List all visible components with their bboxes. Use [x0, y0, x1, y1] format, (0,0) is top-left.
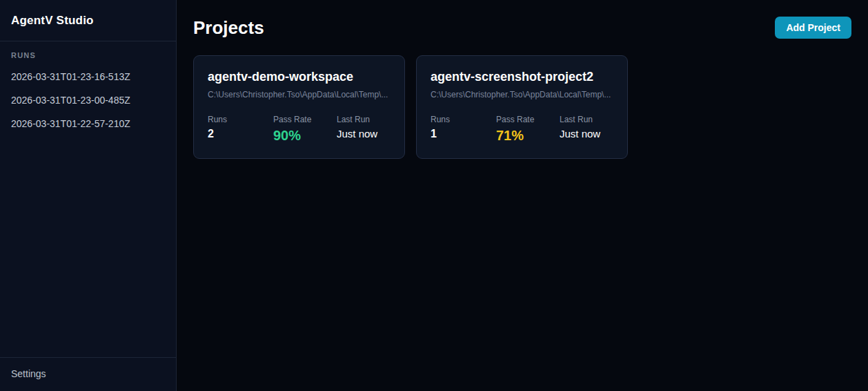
- stat-label: Runs: [208, 115, 273, 124]
- project-name: agentv-screenshot-project2: [431, 70, 613, 84]
- main-content: Projects Add Project agentv-demo-workspa…: [177, 0, 868, 391]
- stat-runs: Runs 2: [208, 115, 273, 144]
- stat-label: Last Run: [337, 115, 391, 124]
- main-header: Projects Add Project: [193, 17, 851, 39]
- stat-label: Pass Rate: [273, 115, 337, 124]
- sidebar-footer: Settings: [0, 357, 176, 391]
- settings-link[interactable]: Settings: [11, 368, 46, 379]
- project-path: C:\Users\Christopher.Tso\AppData\Local\T…: [431, 90, 613, 99]
- stat-runs: Runs 1: [431, 115, 496, 144]
- pass-rate-value: 90%: [273, 128, 337, 144]
- stat-pass-rate: Pass Rate 71%: [496, 115, 560, 144]
- last-run-value: Just now: [337, 128, 391, 140]
- stat-label: Pass Rate: [496, 115, 560, 124]
- add-project-button[interactable]: Add Project: [775, 17, 851, 39]
- stat-last-run: Last Run Just now: [337, 115, 391, 144]
- project-path: C:\Users\Christopher.Tso\AppData\Local\T…: [208, 90, 391, 99]
- last-run-value: Just now: [560, 128, 613, 140]
- run-item[interactable]: 2026-03-31T01-23-00-485Z: [0, 88, 176, 112]
- stat-label: Runs: [431, 115, 496, 124]
- projects-grid: agentv-demo-workspace C:\Users\Christoph…: [193, 55, 851, 159]
- sidebar-header: AgentV Studio: [0, 0, 176, 41]
- stat-last-run: Last Run Just now: [560, 115, 613, 144]
- run-item[interactable]: 2026-03-31T01-22-57-210Z: [0, 112, 176, 135]
- stat-label: Last Run: [560, 115, 613, 124]
- runs-value: 2: [208, 128, 273, 140]
- project-name: agentv-demo-workspace: [208, 70, 391, 84]
- runs-section-header: RUNS: [0, 51, 176, 59]
- project-card[interactable]: agentv-screenshot-project2 C:\Users\Chri…: [416, 55, 628, 159]
- sidebar: AgentV Studio RUNS 2026-03-31T01-23-16-5…: [0, 0, 177, 391]
- page-title: Projects: [193, 17, 264, 39]
- run-item[interactable]: 2026-03-31T01-23-16-513Z: [0, 65, 176, 88]
- project-stats: Runs 2 Pass Rate 90% Last Run Just now: [208, 115, 391, 144]
- stat-pass-rate: Pass Rate 90%: [273, 115, 337, 144]
- project-card[interactable]: agentv-demo-workspace C:\Users\Christoph…: [193, 55, 405, 159]
- runs-nav: RUNS 2026-03-31T01-23-16-513Z 2026-03-31…: [0, 41, 176, 357]
- app-title: AgentV Studio: [11, 14, 94, 28]
- pass-rate-value: 71%: [496, 128, 560, 144]
- project-stats: Runs 1 Pass Rate 71% Last Run Just now: [431, 115, 613, 144]
- runs-value: 1: [431, 128, 496, 140]
